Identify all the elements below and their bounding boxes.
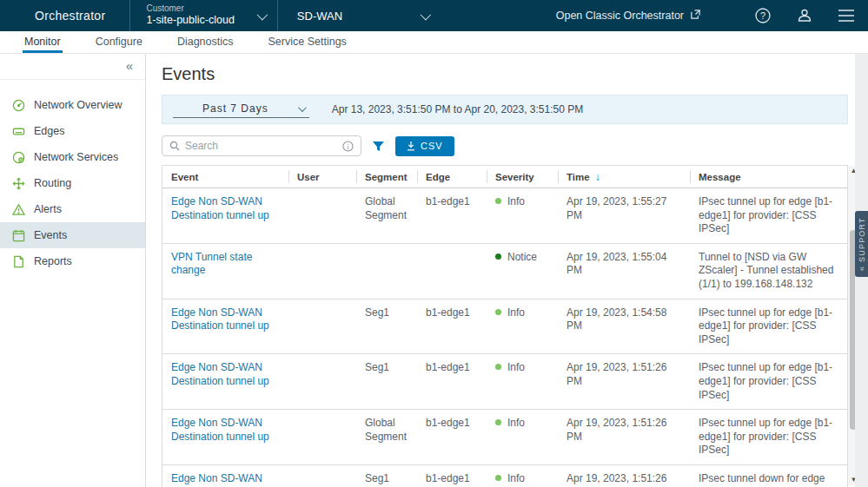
sidebar-item-label: Network Overview [34, 99, 122, 111]
calendar-icon [11, 228, 25, 242]
sidebar-item-reports[interactable]: Reports [0, 248, 145, 274]
table-row: Edge Non SD-WAN Destination tunnel upGlo… [162, 188, 847, 244]
sidebar-item-routing[interactable]: Routing [0, 170, 145, 196]
event-link[interactable]: Edge Non SD-WAN Destination tunnel down [171, 472, 262, 487]
column-header-label: Severity [495, 172, 534, 182]
edge-cell: b1-edge1 [417, 465, 487, 487]
event-link[interactable]: Edge Non SD-WAN Destination tunnel up [171, 417, 269, 443]
filter-icon[interactable] [372, 140, 385, 153]
support-tab[interactable]: «SUPPORT [855, 211, 868, 277]
open-classic-orchestrator-link[interactable]: Open Classic Orchestrator [556, 9, 701, 23]
message-cell: IPsec tunnel up for edge [b1-edge1] for … [690, 410, 847, 464]
product-label: SD-WAN [297, 10, 342, 23]
column-header-label: User [297, 172, 320, 182]
time-cell: Apr 19, 2023, 1:55:04 PM [558, 244, 690, 299]
edge-cell: b1-edge1 [417, 188, 487, 243]
customer-dropdown[interactable]: Customer 1-site-public-cloud [130, 3, 276, 28]
segment-cell [356, 244, 417, 299]
sidebar-item-label: Alerts [34, 203, 62, 215]
sidebar-item-events[interactable]: Events [0, 222, 145, 248]
severity-cell: Info [487, 299, 558, 354]
time-range-value: Past 7 Days [202, 102, 268, 115]
events-table: EventUserSegmentEdgeSeverityTime↓Message… [162, 165, 848, 487]
column-header-message[interactable]: Message [690, 166, 847, 188]
table-row: Edge Non SD-WAN Destination tunnel upSeg… [162, 299, 847, 355]
user-button[interactable] [795, 6, 814, 25]
severity-dot-icon [495, 309, 501, 315]
event-cell: Edge Non SD-WAN Destination tunnel up [162, 188, 288, 243]
sidebar-item-network-overview[interactable]: Network Overview [0, 92, 145, 118]
column-header-severity[interactable]: Severity [487, 166, 558, 188]
severity-label: Info [507, 361, 525, 375]
table-row: Edge Non SD-WAN Destination tunnel upSeg… [162, 354, 847, 410]
sort-descending-icon[interactable]: ↓ [595, 171, 600, 183]
user-cell [288, 465, 356, 487]
severity-label: Info [507, 195, 525, 209]
page-title: Events [162, 64, 848, 84]
table-row: Edge Non SD-WAN Destination tunnel downS… [162, 465, 847, 487]
column-header-edge[interactable]: Edge [417, 166, 487, 188]
event-link[interactable]: Edge Non SD-WAN Destination tunnel up [171, 361, 269, 387]
event-cell: Edge Non SD-WAN Destination tunnel up [162, 410, 288, 464]
sidebar-item-label: Events [34, 229, 67, 241]
severity-dot-icon [495, 364, 501, 370]
tab-configure[interactable]: Configure [94, 32, 144, 53]
user-cell [288, 410, 356, 464]
help-button[interactable]: ? [753, 6, 772, 25]
tab-diagnostics[interactable]: Diagnostics [176, 32, 235, 53]
info-icon[interactable]: i [342, 141, 354, 152]
search-icon [169, 141, 180, 151]
sidebar-item-edges[interactable]: Edges [0, 118, 145, 144]
top-bar: Orchestrator Customer 1-site-public-clou… [0, 0, 868, 31]
column-header-label: Time [567, 172, 590, 182]
table-row: Edge Non SD-WAN Destination tunnel upGlo… [162, 410, 847, 465]
time-cell: Apr 19, 2023, 1:51:26 PM [558, 354, 690, 409]
edge-cell: b1-edge1 [417, 299, 487, 354]
edge-cell [417, 244, 487, 299]
chevron-expand-icon: « [858, 266, 866, 271]
message-cell: IPsec tunnel up for edge [b1-edge1] for … [690, 299, 847, 354]
column-header-user[interactable]: User [288, 166, 356, 188]
sidebar-item-label: Reports [34, 255, 72, 267]
svg-text:?: ? [760, 10, 765, 21]
severity-dot-icon [495, 198, 501, 204]
column-header-segment[interactable]: Segment [356, 166, 417, 188]
report-icon [11, 254, 25, 268]
column-header-label: Event [171, 172, 198, 182]
sidebar-item-network-services[interactable]: Network Services [0, 144, 145, 170]
column-header-time[interactable]: Time↓ [558, 166, 690, 188]
time-range-text: Apr 13, 2023, 3:51:50 PM to Apr 20, 2023… [332, 103, 584, 115]
alert-triangle-icon [11, 202, 25, 216]
column-header-label: Message [699, 172, 741, 182]
sidebar: « Network OverviewEdgesNetwork ServicesR… [0, 54, 146, 487]
event-link[interactable]: Edge Non SD-WAN Destination tunnel up [171, 306, 269, 332]
tab-monitor[interactable]: Monitor [23, 32, 63, 53]
sidebar-item-label: Edges [34, 125, 64, 137]
gauge-icon [11, 98, 25, 112]
severity-cell: Info [487, 354, 558, 409]
time-range-select[interactable]: Past 7 Days [173, 101, 309, 118]
event-link[interactable]: VPN Tunnel state change [171, 251, 252, 277]
table-toolbar: i CSV [162, 135, 848, 156]
sidebar-item-alerts[interactable]: Alerts [0, 196, 145, 222]
event-link[interactable]: Edge Non SD-WAN Destination tunnel up [171, 195, 269, 221]
edge-cell: b1-edge1 [417, 354, 487, 409]
column-header-label: Edge [426, 172, 450, 182]
event-cell: Edge Non SD-WAN Destination tunnel up [162, 299, 288, 354]
product-dropdown[interactable]: SD-WAN [278, 10, 447, 23]
csv-export-button[interactable]: CSV [395, 136, 454, 156]
segment-cell: Seg1 [356, 299, 417, 354]
message-cell: IPsec tunnel down for edge [b1-edge1] fo… [690, 465, 847, 487]
message-cell: IPsec tunnel up for edge [b1-edge1] for … [690, 354, 847, 409]
main-content: Events Past 7 Days Apr 13, 2023, 3:51:50… [146, 54, 868, 487]
sidebar-collapse-button[interactable]: « [126, 59, 133, 72]
hamburger-menu-button[interactable] [837, 6, 856, 25]
event-cell: Edge Non SD-WAN Destination tunnel down [162, 465, 288, 487]
column-header-event[interactable]: Event [162, 166, 288, 188]
severity-dot-icon [495, 419, 501, 425]
tab-service-settings[interactable]: Service Settings [267, 32, 348, 53]
column-header-label: Segment [365, 172, 407, 182]
chevron-down-icon [298, 103, 307, 112]
segment-cell: Seg1 [356, 465, 417, 487]
search-input[interactable] [185, 140, 337, 152]
